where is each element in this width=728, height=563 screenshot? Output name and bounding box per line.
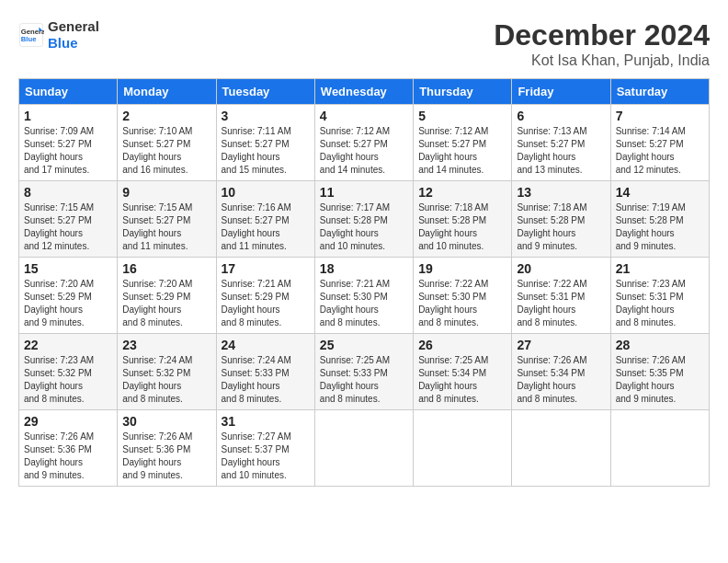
day-number: 27 bbox=[517, 338, 605, 352]
calendar-cell: 5 Sunrise: 7:12 AM Sunset: 5:27 PM Dayli… bbox=[414, 105, 512, 181]
day-number: 9 bbox=[122, 185, 210, 200]
day-info: Sunrise: 7:20 AM Sunset: 5:29 PM Dayligh… bbox=[24, 278, 112, 329]
day-info: Sunrise: 7:26 AM Sunset: 5:36 PM Dayligh… bbox=[122, 431, 210, 482]
calendar-cell: 25 Sunrise: 7:25 AM Sunset: 5:33 PM Dayl… bbox=[314, 334, 413, 410]
day-number: 1 bbox=[24, 109, 112, 123]
calendar-cell: 31 Sunrise: 7:27 AM Sunset: 5:37 PM Dayl… bbox=[216, 410, 314, 487]
day-number: 30 bbox=[122, 414, 210, 429]
day-number: 10 bbox=[222, 185, 310, 200]
col-thursday: Thursday bbox=[414, 79, 512, 105]
day-info: Sunrise: 7:25 AM Sunset: 5:34 PM Dayligh… bbox=[418, 354, 506, 406]
day-number: 5 bbox=[418, 109, 506, 123]
logo-general: General bbox=[48, 18, 99, 35]
day-info: Sunrise: 7:24 AM Sunset: 5:33 PM Dayligh… bbox=[222, 354, 310, 406]
day-number: 15 bbox=[24, 261, 112, 276]
calendar-cell: 10 Sunrise: 7:16 AM Sunset: 5:27 PM Dayl… bbox=[216, 181, 314, 258]
day-info: Sunrise: 7:17 AM Sunset: 5:28 PM Dayligh… bbox=[320, 201, 408, 253]
day-info: Sunrise: 7:21 AM Sunset: 5:30 PM Dayligh… bbox=[320, 278, 408, 329]
day-number: 24 bbox=[222, 338, 310, 352]
calendar-cell: 17 Sunrise: 7:21 AM Sunset: 5:29 PM Dayl… bbox=[216, 258, 314, 334]
day-info: Sunrise: 7:09 AM Sunset: 5:27 PM Dayligh… bbox=[24, 125, 112, 177]
day-info: Sunrise: 7:20 AM Sunset: 5:29 PM Dayligh… bbox=[122, 278, 210, 329]
calendar-cell: 26 Sunrise: 7:25 AM Sunset: 5:34 PM Dayl… bbox=[414, 334, 512, 410]
calendar-cell: 2 Sunrise: 7:10 AM Sunset: 5:27 PM Dayli… bbox=[118, 105, 216, 181]
day-info: Sunrise: 7:15 AM Sunset: 5:27 PM Dayligh… bbox=[122, 201, 210, 253]
calendar-cell: 22 Sunrise: 7:23 AM Sunset: 5:32 PM Dayl… bbox=[19, 334, 118, 410]
calendar-body: 1 Sunrise: 7:09 AM Sunset: 5:27 PM Dayli… bbox=[19, 105, 710, 487]
col-friday: Friday bbox=[512, 79, 610, 105]
day-info: Sunrise: 7:24 AM Sunset: 5:32 PM Dayligh… bbox=[122, 354, 210, 406]
calendar-cell: 27 Sunrise: 7:26 AM Sunset: 5:34 PM Dayl… bbox=[512, 334, 610, 410]
day-info: Sunrise: 7:19 AM Sunset: 5:28 PM Dayligh… bbox=[616, 201, 704, 253]
calendar-cell bbox=[314, 410, 413, 487]
day-number: 14 bbox=[616, 185, 704, 200]
calendar-cell: 20 Sunrise: 7:22 AM Sunset: 5:31 PM Dayl… bbox=[512, 258, 610, 334]
day-number: 25 bbox=[320, 338, 408, 352]
day-info: Sunrise: 7:22 AM Sunset: 5:30 PM Dayligh… bbox=[418, 278, 506, 329]
day-number: 31 bbox=[222, 414, 310, 429]
logo-icon: General Blue bbox=[18, 22, 44, 48]
header-row: Sunday Monday Tuesday Wednesday Thursday… bbox=[19, 79, 710, 105]
calendar-cell bbox=[414, 410, 512, 487]
calendar-row: 1 Sunrise: 7:09 AM Sunset: 5:27 PM Dayli… bbox=[19, 105, 710, 181]
day-number: 4 bbox=[320, 109, 408, 123]
calendar-cell: 18 Sunrise: 7:21 AM Sunset: 5:30 PM Dayl… bbox=[314, 258, 413, 334]
calendar-row: 8 Sunrise: 7:15 AM Sunset: 5:27 PM Dayli… bbox=[19, 181, 710, 258]
calendar-row: 29 Sunrise: 7:26 AM Sunset: 5:36 PM Dayl… bbox=[19, 410, 710, 487]
calendar-cell: 14 Sunrise: 7:19 AM Sunset: 5:28 PM Dayl… bbox=[610, 181, 709, 258]
calendar-cell: 23 Sunrise: 7:24 AM Sunset: 5:32 PM Dayl… bbox=[118, 334, 216, 410]
col-sunday: Sunday bbox=[19, 79, 118, 105]
day-number: 7 bbox=[616, 109, 704, 123]
calendar-cell: 15 Sunrise: 7:20 AM Sunset: 5:29 PM Dayl… bbox=[19, 258, 118, 334]
day-number: 12 bbox=[418, 185, 506, 200]
day-info: Sunrise: 7:23 AM Sunset: 5:31 PM Dayligh… bbox=[616, 278, 704, 329]
day-number: 19 bbox=[418, 261, 506, 276]
col-saturday: Saturday bbox=[610, 79, 709, 105]
calendar-cell: 8 Sunrise: 7:15 AM Sunset: 5:27 PM Dayli… bbox=[19, 181, 118, 258]
day-info: Sunrise: 7:18 AM Sunset: 5:28 PM Dayligh… bbox=[517, 201, 605, 253]
calendar-row: 15 Sunrise: 7:20 AM Sunset: 5:29 PM Dayl… bbox=[19, 258, 710, 334]
day-info: Sunrise: 7:23 AM Sunset: 5:32 PM Dayligh… bbox=[24, 354, 112, 406]
calendar-cell: 7 Sunrise: 7:14 AM Sunset: 5:27 PM Dayli… bbox=[610, 105, 709, 181]
calendar-cell: 29 Sunrise: 7:26 AM Sunset: 5:36 PM Dayl… bbox=[19, 410, 118, 487]
logo: General Blue General Blue bbox=[18, 18, 99, 52]
day-number: 17 bbox=[222, 261, 310, 276]
day-info: Sunrise: 7:15 AM Sunset: 5:27 PM Dayligh… bbox=[24, 201, 112, 253]
day-number: 20 bbox=[517, 261, 605, 276]
day-number: 3 bbox=[222, 109, 310, 123]
month-title: December 2024 bbox=[494, 18, 710, 52]
day-number: 26 bbox=[418, 338, 506, 352]
calendar-cell: 3 Sunrise: 7:11 AM Sunset: 5:27 PM Dayli… bbox=[216, 105, 314, 181]
day-number: 22 bbox=[24, 338, 112, 352]
day-info: Sunrise: 7:10 AM Sunset: 5:27 PM Dayligh… bbox=[122, 125, 210, 177]
day-number: 16 bbox=[122, 261, 210, 276]
day-number: 28 bbox=[616, 338, 704, 352]
calendar-header: Sunday Monday Tuesday Wednesday Thursday… bbox=[19, 79, 710, 105]
calendar-table: Sunday Monday Tuesday Wednesday Thursday… bbox=[18, 78, 710, 487]
day-number: 18 bbox=[320, 261, 408, 276]
day-info: Sunrise: 7:14 AM Sunset: 5:27 PM Dayligh… bbox=[616, 125, 704, 177]
calendar-cell: 16 Sunrise: 7:20 AM Sunset: 5:29 PM Dayl… bbox=[118, 258, 216, 334]
calendar-cell: 28 Sunrise: 7:26 AM Sunset: 5:35 PM Dayl… bbox=[610, 334, 709, 410]
col-tuesday: Tuesday bbox=[216, 79, 314, 105]
col-wednesday: Wednesday bbox=[314, 79, 413, 105]
day-number: 6 bbox=[517, 109, 605, 123]
day-info: Sunrise: 7:16 AM Sunset: 5:27 PM Dayligh… bbox=[222, 201, 310, 253]
day-info: Sunrise: 7:26 AM Sunset: 5:34 PM Dayligh… bbox=[517, 354, 605, 406]
page-header: General Blue General Blue December 2024 … bbox=[18, 18, 710, 69]
day-number: 23 bbox=[122, 338, 210, 352]
day-info: Sunrise: 7:27 AM Sunset: 5:37 PM Dayligh… bbox=[222, 431, 310, 482]
day-info: Sunrise: 7:26 AM Sunset: 5:36 PM Dayligh… bbox=[24, 431, 112, 482]
day-number: 2 bbox=[122, 109, 210, 123]
col-monday: Monday bbox=[118, 79, 216, 105]
day-number: 13 bbox=[517, 185, 605, 200]
day-info: Sunrise: 7:25 AM Sunset: 5:33 PM Dayligh… bbox=[320, 354, 408, 406]
svg-text:Blue: Blue bbox=[21, 35, 37, 43]
logo-blue: Blue bbox=[48, 35, 99, 52]
title-area: December 2024 Kot Isa Khan, Punjab, Indi… bbox=[494, 18, 710, 69]
day-info: Sunrise: 7:13 AM Sunset: 5:27 PM Dayligh… bbox=[517, 125, 605, 177]
calendar-cell: 19 Sunrise: 7:22 AM Sunset: 5:30 PM Dayl… bbox=[414, 258, 512, 334]
calendar-cell: 30 Sunrise: 7:26 AM Sunset: 5:36 PM Dayl… bbox=[118, 410, 216, 487]
svg-text:General: General bbox=[21, 28, 44, 36]
calendar-cell: 24 Sunrise: 7:24 AM Sunset: 5:33 PM Dayl… bbox=[216, 334, 314, 410]
